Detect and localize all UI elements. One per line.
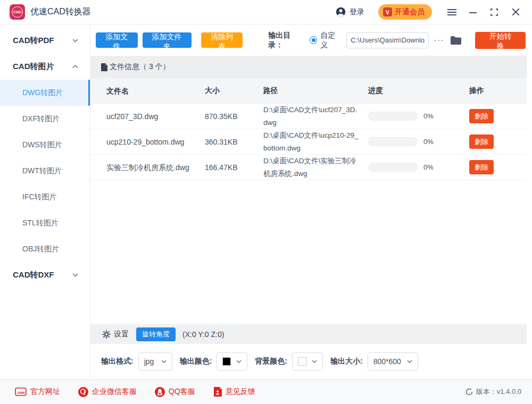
- file-size: 360.31KB: [205, 138, 263, 146]
- output-path-input[interactable]: [346, 32, 429, 48]
- file-path: D:\桌面\CAD文件\实验三制冷机房系统.dwg: [263, 155, 368, 180]
- file-path: D:\桌面\CAD文件\ucf207_3D.dwg: [263, 104, 368, 129]
- titlebar: CAD 优速CAD转换器 登录 V 开通会员: [0, 0, 532, 24]
- progress-bar: [368, 137, 418, 146]
- column-header-progress: 进度: [368, 86, 469, 96]
- qq-service-link[interactable]: QQ客服: [155, 387, 195, 397]
- toolbar: 添加文件 添加文件夹 清除列表 输出目录： 自定义 ··· 开始转换: [90, 24, 532, 56]
- file-name: ucf207_3D.dwg: [90, 111, 205, 122]
- sidebar-item-obj-to-image[interactable]: OBJ转图片: [0, 236, 90, 262]
- sidebar-group-cad-to-dxf[interactable]: CAD转DXF: [0, 262, 90, 288]
- close-button[interactable]: [509, 5, 522, 19]
- com-website-icon: .com: [15, 388, 27, 396]
- delete-button[interactable]: 删除: [469, 109, 494, 123]
- empty-file-area: [90, 180, 532, 324]
- maximize-button[interactable]: [487, 5, 501, 19]
- start-convert-button[interactable]: 开始转换: [475, 32, 526, 49]
- sidebar-item-dwt-to-image[interactable]: DWT转图片: [0, 158, 90, 184]
- settings-bar: 设置 旋转角度 (X:0 Y:0 Z:0): [90, 324, 527, 344]
- sidebar-item-ifc-to-image[interactable]: IFC转图片: [0, 184, 90, 210]
- app-logo-icon: CAD: [10, 4, 25, 20]
- progress-value: 0%: [423, 112, 434, 120]
- user-icon: [336, 7, 346, 17]
- chevron-down-icon: [161, 360, 167, 363]
- delete-button[interactable]: 删除: [469, 160, 494, 174]
- maximize-icon: [491, 9, 498, 16]
- table-header: 文件名 大小 路径 进度 操作: [90, 78, 527, 104]
- vip-icon: V: [383, 7, 392, 16]
- version-info: 版本：v1.4.0.0: [466, 387, 521, 397]
- login-label: 登录: [350, 7, 364, 17]
- file-size: 166.47KB: [205, 163, 263, 172]
- browse-ellipsis-button[interactable]: ···: [434, 36, 444, 45]
- output-color-label: 输出颜色:: [180, 357, 212, 366]
- sidebar-group-label: CAD转PDF: [13, 36, 54, 46]
- output-format-label: 输出格式:: [101, 357, 134, 366]
- minimize-icon: [469, 9, 477, 16]
- folder-icon: [451, 36, 461, 45]
- main-panel: 添加文件 添加文件夹 清除列表 输出目录： 自定义 ··· 开始转换: [90, 24, 532, 379]
- sidebar-item-dxf-to-image[interactable]: DXF转图片: [0, 106, 90, 132]
- output-format-select[interactable]: jpg: [138, 352, 172, 371]
- file-name: ucp210-29_bottom.dwg: [90, 136, 205, 148]
- update-refresh-icon: [466, 388, 473, 395]
- delete-button[interactable]: 删除: [469, 134, 494, 149]
- output-format-value: jpg: [144, 357, 154, 366]
- output-size-select[interactable]: 800*600: [368, 352, 418, 371]
- custom-dir-radio[interactable]: 自定义: [310, 31, 341, 50]
- footer: .com 官方网址 企业微信客服 QQ客服 意见反馈: [0, 379, 532, 404]
- minimize-button[interactable]: [466, 5, 480, 19]
- chevron-down-icon: [72, 39, 78, 43]
- file-path: D:\桌面\CAD文件\ucp210-29_bottom.dwg: [263, 129, 368, 155]
- progress-bar: [368, 112, 418, 121]
- column-header-size: 大小: [205, 86, 263, 96]
- file-name: 实验三制冷机房系统.dwg: [90, 162, 205, 173]
- sidebar-group-label: CAD转图片: [13, 62, 54, 72]
- custom-dir-radio-label: 自定义: [320, 31, 341, 50]
- wechat-icon: [78, 387, 88, 397]
- output-options-row: 输出格式: jpg 输出颜色: 背景颜色: 输出大小: 800*600: [90, 344, 532, 379]
- open-folder-button[interactable]: [451, 36, 461, 45]
- qq-service-label: QQ客服: [169, 387, 195, 397]
- svg-text:.com: .com: [16, 391, 24, 394]
- background-color-swatch: [298, 357, 306, 366]
- sidebar-item-stl-to-image[interactable]: STL转图片: [0, 210, 90, 236]
- add-folder-button[interactable]: 添加文件夹: [143, 32, 192, 48]
- clear-list-button[interactable]: 清除列表: [201, 32, 243, 48]
- sidebar-item-dwg-to-image[interactable]: DWG转图片: [0, 80, 90, 106]
- sidebar-group-cad-to-pdf[interactable]: CAD转PDF: [0, 28, 90, 54]
- close-icon: [512, 9, 519, 15]
- chevron-down-icon: [72, 273, 78, 277]
- app-title: 优速CAD转换器: [30, 6, 91, 18]
- background-color-label: 背景颜色:: [255, 357, 287, 366]
- output-size-value: 800*600: [373, 357, 401, 366]
- table-row: 实验三制冷机房系统.dwg 166.47KB D:\桌面\CAD文件\实验三制冷…: [90, 155, 527, 180]
- rotation-value: (X:0 Y:0 Z:0): [182, 330, 224, 339]
- progress-value: 0%: [423, 138, 434, 146]
- vip-upgrade-button[interactable]: V 开通会员: [378, 4, 432, 20]
- output-dir-label: 输出目录：: [268, 31, 303, 50]
- background-color-select[interactable]: [292, 352, 323, 371]
- output-size-label: 输出大小:: [330, 357, 363, 366]
- output-color-select[interactable]: [217, 352, 247, 371]
- rotate-angle-button[interactable]: 旋转角度: [136, 327, 176, 341]
- login-button[interactable]: 登录: [336, 7, 364, 17]
- output-color-swatch: [222, 357, 231, 366]
- feedback-link[interactable]: 意见反馈: [213, 387, 255, 397]
- file-size: 870.35KB: [205, 112, 263, 121]
- app-logo-text: CAD: [12, 6, 23, 18]
- menu-button[interactable]: [445, 5, 459, 19]
- progress-bar: [368, 163, 418, 172]
- official-site-link[interactable]: .com 官方网址: [15, 387, 60, 397]
- sidebar-group-cad-to-image[interactable]: CAD转图片: [0, 54, 90, 80]
- official-site-label: 官方网址: [30, 387, 60, 397]
- sidebar-item-dws-to-image[interactable]: DWS转图片: [0, 132, 90, 158]
- chevron-down-icon: [407, 360, 412, 363]
- feedback-label: 意见反馈: [226, 387, 255, 397]
- document-icon: [101, 63, 107, 71]
- wechat-service-link[interactable]: 企业微信客服: [78, 387, 137, 397]
- add-file-button[interactable]: 添加文件: [96, 32, 138, 48]
- column-header-action: 操作: [469, 86, 527, 96]
- progress-value: 0%: [423, 163, 434, 171]
- settings-label: 设置: [114, 330, 129, 339]
